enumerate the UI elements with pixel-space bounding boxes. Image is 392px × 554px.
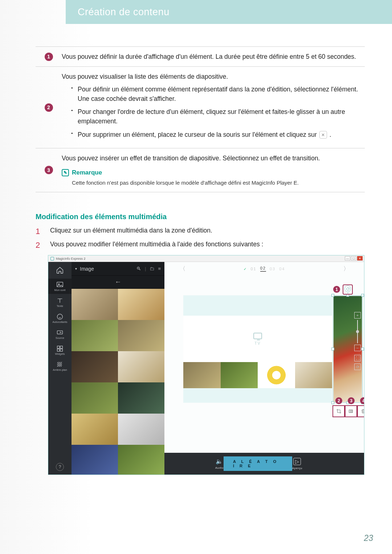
svg-rect-10 — [352, 410, 353, 413]
strip-thumb — [183, 362, 221, 388]
zoom-reset-button[interactable]: ⟳ — [354, 364, 361, 370]
step-1: 1 Cliquez sur un élément multimédia dans… — [36, 227, 365, 236]
chevron-down-icon[interactable]: ▾ — [75, 267, 77, 271]
rotate-handle[interactable] — [344, 286, 351, 292]
sidebar-item-arriereplan[interactable]: Arrière-plan — [48, 358, 72, 374]
random-button[interactable]: A L É A T O I R E — [224, 456, 292, 471]
resize-handle[interactable] — [361, 401, 364, 404]
delete-button[interactable] — [357, 406, 364, 417]
audio-button[interactable]: 🔈 Audio — [215, 458, 224, 469]
page-number: 23 — [364, 533, 373, 543]
help-button[interactable]: ? — [56, 463, 64, 471]
home-icon[interactable] — [56, 266, 64, 274]
element-toolbar — [332, 406, 364, 417]
minimize-button[interactable]: — — [345, 256, 350, 260]
row2-lead: Vous pouvez visualiser la liste des élém… — [62, 73, 228, 80]
row2-item-3a: Pour supprimer un élément, placez le cur… — [78, 131, 319, 138]
tv-zone: TV — [183, 316, 332, 362]
resize-handle[interactable] — [331, 348, 334, 350]
zoom-in-button[interactable]: + — [354, 312, 361, 319]
strip-thumb — [258, 362, 295, 388]
folder-icon[interactable]: 🗀 — [150, 266, 154, 271]
callout-num-cell: 1 — [36, 52, 62, 61]
crop-button[interactable] — [332, 406, 345, 417]
filter-button[interactable] — [345, 406, 357, 417]
row2-item-3: Pour supprimer un élément, placez le cur… — [71, 130, 365, 139]
row2-item-2: Pour changer l'ordre de lecture d'un élé… — [71, 107, 365, 126]
media-thumb[interactable] — [118, 320, 164, 351]
app-figure: MagicInfo Express 2 — ☐ ✕ Mon cont Text — [48, 255, 364, 475]
menu-icon[interactable]: ≡ — [158, 266, 161, 271]
zoom-thumb[interactable] — [356, 330, 359, 333]
svg-rect-9 — [350, 410, 352, 413]
media-thumb[interactable] — [118, 414, 164, 445]
svg-point-2 — [57, 314, 63, 320]
delete-x-icon: ✕ — [319, 131, 327, 139]
pager-prev[interactable]: 〈 — [180, 265, 185, 273]
pager-numbers: ✓ 01 02 03 04 — [244, 266, 285, 272]
panel-tools: 🔍︎ | 🗀 ≡ — [136, 266, 161, 271]
sidebar-item-autocollants[interactable]: Autocollants — [48, 311, 72, 326]
preview-icon: ▷ — [293, 458, 301, 465]
svg-rect-7 — [60, 349, 62, 351]
sidebar-item-source[interactable]: Source — [48, 327, 72, 342]
sidebar-item-widgets[interactable]: Widgets — [48, 342, 72, 358]
media-thumb[interactable] — [72, 414, 118, 445]
chapter-bar: Création de contenu — [73, 0, 392, 24]
pager-01[interactable]: 01 — [251, 267, 257, 271]
close-button[interactable]: ✕ — [357, 256, 363, 260]
pager-02[interactable]: 02 — [260, 266, 266, 272]
source-icon — [56, 329, 64, 335]
audio-label: Audio — [215, 466, 224, 469]
row2-item-1: Pour définir un élément comme élément re… — [71, 85, 365, 104]
slide-stage[interactable]: TV — [183, 295, 332, 403]
resize-handle[interactable] — [346, 294, 349, 297]
maximize-button[interactable]: ☐ — [351, 256, 356, 260]
resize-handle[interactable] — [346, 401, 349, 404]
media-thumb[interactable] — [118, 445, 164, 475]
row2-list: Pour définir un élément comme élément re… — [71, 85, 365, 139]
resize-handle[interactable] — [331, 401, 334, 404]
media-thumb[interactable] — [72, 320, 118, 351]
media-thumb[interactable] — [118, 382, 164, 414]
row2-item-3b: . — [330, 131, 331, 138]
media-grid — [72, 289, 164, 475]
pager-03[interactable]: 03 — [270, 267, 275, 271]
sticker-icon — [56, 313, 64, 319]
media-thumb[interactable] — [72, 382, 118, 414]
search-icon[interactable]: 🔍︎ — [136, 266, 141, 271]
sidebar-item-texte[interactable]: Texte — [48, 295, 72, 310]
pager-next[interactable]: 〉 — [343, 265, 349, 273]
page-content: 1 Vous pouvez définir la durée d'afficha… — [36, 46, 365, 475]
zoom-fit-button[interactable]: ⛶ — [354, 355, 361, 361]
step-1-num: 1 — [36, 227, 43, 236]
media-thumb[interactable] — [72, 351, 118, 382]
callout-num-cell: 2 — [36, 72, 62, 143]
resize-handle[interactable] — [331, 294, 334, 297]
pager-04[interactable]: 04 — [279, 267, 285, 271]
annot-1: 1 — [333, 286, 340, 293]
resize-handle[interactable] — [361, 294, 364, 297]
callout-body-2: Vous pouvez visualiser la liste des élém… — [62, 72, 365, 143]
zoom-track[interactable] — [357, 320, 358, 343]
media-thumb[interactable] — [118, 289, 164, 320]
media-strip — [183, 362, 332, 388]
media-thumb[interactable] — [118, 351, 164, 382]
tv-label: TV — [255, 341, 261, 345]
callout-row-3: 3 Vous pouvez insérer un effet de transi… — [36, 148, 365, 192]
tv-icon — [253, 333, 262, 339]
preview-button[interactable]: ▷ Aperçu — [292, 458, 302, 470]
strip-thumb — [295, 362, 332, 388]
chapter-title: Création de contenu — [78, 7, 170, 18]
back-button[interactable]: ← — [72, 276, 164, 289]
media-thumb[interactable] — [72, 445, 118, 475]
callout-badge-3: 3 — [45, 166, 53, 174]
resize-handle[interactable] — [361, 348, 364, 350]
media-thumb[interactable] — [72, 289, 118, 320]
zoom-control: + − ⛶ ⟳ — [354, 311, 361, 371]
media-panel: ▾ Image 🔍︎ | 🗀 ≡ ← — [72, 262, 164, 475]
step-2: 2 Vous pouvez modifier l'élément multimé… — [36, 241, 365, 250]
check-icon: ✓ — [244, 267, 247, 271]
sidebar-item-moncont[interactable]: Mon cont — [48, 279, 72, 294]
zoom-out-button[interactable]: − — [354, 345, 361, 351]
